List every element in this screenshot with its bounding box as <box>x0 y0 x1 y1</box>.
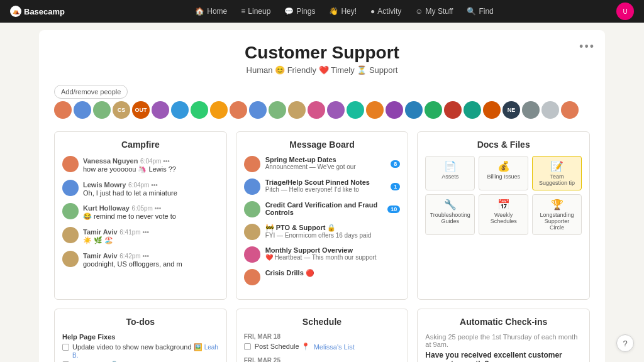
message-avatar <box>244 156 260 172</box>
nav-home[interactable]: 🏠 Home <box>189 4 233 18</box>
person-avatar[interactable] <box>249 101 267 119</box>
message-board-item[interactable]: Credit Card Verification and Fraud Contr… <box>244 201 401 217</box>
checkins-title: Automatic Check-ins <box>425 317 582 327</box>
todo-item: Update video to show new background 🖼️ L… <box>62 343 219 359</box>
campfire-avatar <box>62 227 79 243</box>
nav-home-label: Home <box>207 7 227 16</box>
person-avatar[interactable] <box>230 101 247 119</box>
campfire-avatar <box>62 156 79 172</box>
person-avatar[interactable]: NE <box>502 101 520 119</box>
campfire-text: goodnight, US offloggers, and m <box>83 260 182 268</box>
schedule-card: Schedule FRI, MAR 18 Post Schedule 📍 Mel… <box>236 309 409 362</box>
campfire-time: 6:04pm ••• <box>140 158 170 165</box>
person-avatar[interactable] <box>386 101 403 119</box>
person-avatar[interactable] <box>541 101 559 119</box>
message-avatar <box>244 224 260 240</box>
person-avatar[interactable] <box>74 101 91 119</box>
doc-item[interactable]: 📄 Assets <box>425 156 475 190</box>
person-avatar[interactable] <box>288 101 306 119</box>
nav-lineup[interactable]: ≡ Lineup <box>235 4 277 18</box>
person-avatar[interactable] <box>54 101 72 119</box>
message-sub: ❤️ Heartbeat — This month our support <box>265 254 401 261</box>
todos-content: Help Page Fixes Update video to show new… <box>62 333 219 362</box>
person-avatar[interactable] <box>210 101 228 119</box>
message-sub: FYI — Enormicom offers 16 days paid <box>265 232 401 239</box>
campfire-time: 6:42pm ••• <box>119 253 149 260</box>
person-avatar[interactable] <box>483 101 501 119</box>
doc-item[interactable]: 💰 Billing Issues <box>479 156 528 190</box>
message-title: Triage/Help Scout Pinned Notes <box>265 178 386 186</box>
doc-item[interactable]: 📅 Weekly Schedules <box>479 194 528 235</box>
person-avatar[interactable] <box>191 101 208 119</box>
doc-item[interactable]: 🔧 Troubleshooting Guides <box>425 194 475 235</box>
message-board-title: Message Board <box>244 140 401 150</box>
schedule-item-text: Post Schedule 📍 <box>255 343 310 351</box>
campfire-message: Kurt Holloway 6:05pm ••• 😂 remind me to … <box>62 203 219 221</box>
basecamp-logo: ⛺ <box>10 6 21 17</box>
campfire-avatar <box>62 203 79 219</box>
nav-find[interactable]: 🔍 Find <box>460 4 499 18</box>
user-avatar[interactable]: U <box>616 3 634 20</box>
person-avatar[interactable] <box>327 101 345 119</box>
message-title: Monthly Support Overview <box>265 246 401 254</box>
doc-icon: 📄 <box>430 160 470 172</box>
brand[interactable]: ⛺ Basecamp <box>10 6 65 17</box>
person-avatar[interactable]: OUT <box>132 101 150 119</box>
message-board-item[interactable]: Spring Meet-up Dates Announcement — We'v… <box>244 156 401 172</box>
nav-pings[interactable]: 💬 Pings <box>278 4 321 18</box>
checkin-meta: Asking 25 people the 1st Thursday of eac… <box>425 333 582 348</box>
person-avatar[interactable] <box>152 101 169 119</box>
message-badge: 8 <box>391 160 400 168</box>
doc-item[interactable]: 🏆 Longstanding Supporter Circle <box>532 194 582 235</box>
checkins-content: Asking 25 people the 1st Thursday of eac… <box>425 333 582 362</box>
message-board-item[interactable]: Triage/Help Scout Pinned Notes Pitch — H… <box>244 178 401 195</box>
page-content: ••• Customer Support Human 😊 Friendly ❤️… <box>39 30 605 362</box>
doc-item[interactable]: 📝 Team Suggestion tip <box>532 156 582 190</box>
add-people-button[interactable]: Add/remove people <box>54 85 128 99</box>
help-button[interactable]: ? <box>616 334 634 352</box>
person-avatar[interactable] <box>522 101 540 119</box>
message-content: Triage/Help Scout Pinned Notes Pitch — H… <box>265 178 386 193</box>
person-avatar[interactable] <box>171 101 189 119</box>
schedule-checkbox[interactable] <box>244 343 251 350</box>
nav-lineup-label: Lineup <box>248 7 270 16</box>
message-board-item[interactable]: 🚧 PTO & Support 🔒 FYI — Enormicom offers… <box>244 224 401 240</box>
person-avatar[interactable] <box>464 101 481 119</box>
person-avatar[interactable] <box>93 101 111 119</box>
people-row: Add/remove people CSOUTNE <box>54 85 590 119</box>
person-avatar[interactable] <box>561 101 579 119</box>
campfire-message: Lewis Mowry 6:04pm ••• Oh, I just had to… <box>62 180 219 197</box>
message-board-item[interactable]: Crisis Drills 🔴 <box>244 269 401 285</box>
todo-checkbox[interactable] <box>62 344 69 351</box>
person-avatar[interactable] <box>425 101 442 119</box>
campfire-name: Lewis Mowry <box>83 181 126 189</box>
person-avatar[interactable] <box>308 101 325 119</box>
person-avatar[interactable] <box>366 101 384 119</box>
person-avatar[interactable]: CS <box>113 101 130 119</box>
message-board-item[interactable]: Monthly Support Overview ❤️ Heartbeat — … <box>244 246 401 263</box>
more-button[interactable]: ••• <box>579 40 595 53</box>
schedule-date: FRI, MAR 25 <box>244 357 401 362</box>
message-badge: 1 <box>391 183 400 190</box>
campfire-name: Tamir Aviv <box>83 252 118 260</box>
person-avatar[interactable] <box>444 101 462 119</box>
nav-activity[interactable]: ● Activity <box>364 4 408 18</box>
schedule-item: Post Schedule 📍 Melissa's List <box>244 343 401 351</box>
person-avatar[interactable] <box>405 101 423 119</box>
schedule-content: FRI, MAR 18 Post Schedule 📍 Melissa's Li… <box>244 333 401 362</box>
doc-label: Assets <box>430 173 470 180</box>
pings-icon: 💬 <box>284 7 294 16</box>
doc-icon: 🏆 <box>536 199 577 211</box>
message-title: 🚧 PTO & Support 🔒 <box>265 224 401 232</box>
schedule-date: FRI, MAR 18 <box>244 333 401 340</box>
find-icon: 🔍 <box>467 7 476 16</box>
nav-mystuff[interactable]: ☺ My Stuff <box>409 4 459 18</box>
doc-label: Team Suggestion tip <box>536 173 577 186</box>
message-sub: Pitch — Hello everyone! I'd like to <box>265 186 386 193</box>
campfire-text: 😂 remind me to never vote to <box>83 212 176 221</box>
nav-hey[interactable]: 👋 Hey! <box>323 4 363 18</box>
schedule-link[interactable]: Melissa's List <box>314 343 355 351</box>
checkin-block: Asking 25 people the 1st Thursday of eac… <box>425 333 582 362</box>
person-avatar[interactable] <box>269 101 286 119</box>
person-avatar[interactable] <box>347 101 364 119</box>
